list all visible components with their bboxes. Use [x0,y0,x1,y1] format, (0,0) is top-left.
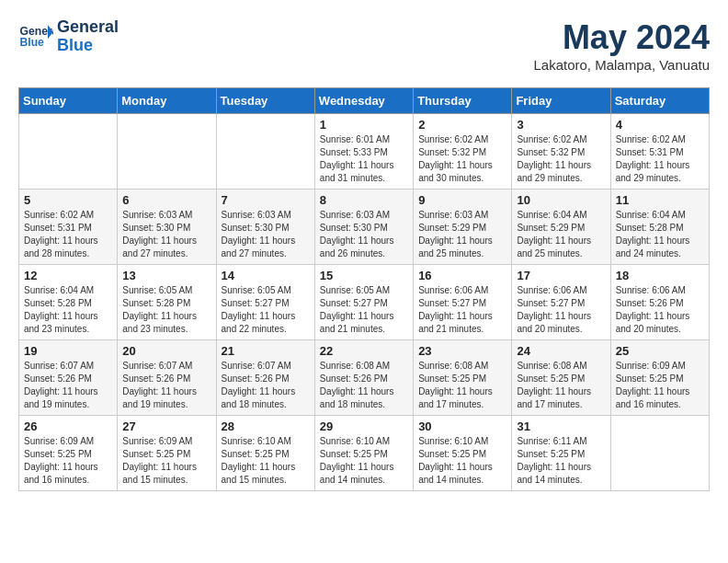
day-number: 4 [616,118,704,132]
weekday-header-tuesday: Tuesday [216,88,314,114]
calendar-cell: 9Sunrise: 6:03 AM Sunset: 5:29 PM Daylig… [414,190,512,265]
weekday-header-thursday: Thursday [414,88,512,114]
calendar-cell: 26Sunrise: 6:09 AM Sunset: 5:25 PM Dayli… [19,416,118,491]
day-info: Sunrise: 6:02 AM Sunset: 5:31 PM Dayligh… [616,133,704,185]
day-number: 26 [24,419,112,433]
calendar-cell: 4Sunrise: 6:02 AM Sunset: 5:31 PM Daylig… [610,114,709,190]
calendar-week-3: 12Sunrise: 6:04 AM Sunset: 5:28 PM Dayli… [19,265,710,340]
day-info: Sunrise: 6:02 AM Sunset: 5:31 PM Dayligh… [24,209,112,260]
calendar-week-4: 19Sunrise: 6:07 AM Sunset: 5:26 PM Dayli… [19,340,710,416]
day-number: 3 [517,118,605,132]
day-number: 24 [517,344,605,358]
weekday-header-monday: Monday [118,88,216,114]
day-info: Sunrise: 6:07 AM Sunset: 5:26 PM Dayligh… [222,360,310,411]
calendar-week-2: 5Sunrise: 6:02 AM Sunset: 5:31 PM Daylig… [19,190,710,265]
title-block: May 2024 Lakatoro, Malampa, Vanuatu [533,18,710,73]
calendar-cell: 12Sunrise: 6:04 AM Sunset: 5:28 PM Dayli… [19,265,118,340]
day-info: Sunrise: 6:08 AM Sunset: 5:25 PM Dayligh… [517,360,605,411]
day-info: Sunrise: 6:08 AM Sunset: 5:25 PM Dayligh… [418,360,506,411]
day-info: Sunrise: 6:03 AM Sunset: 5:30 PM Dayligh… [122,209,210,260]
day-number: 12 [24,269,112,282]
day-number: 27 [122,419,210,433]
day-info: Sunrise: 6:10 AM Sunset: 5:25 PM Dayligh… [320,435,408,487]
day-number: 6 [122,193,210,207]
day-number: 22 [320,344,408,358]
day-info: Sunrise: 6:08 AM Sunset: 5:26 PM Dayligh… [320,360,408,411]
calendar-cell [610,416,709,491]
day-info: Sunrise: 6:10 AM Sunset: 5:25 PM Dayligh… [222,435,310,487]
calendar-cell: 31Sunrise: 6:11 AM Sunset: 5:25 PM Dayli… [512,416,610,491]
weekday-header-sunday: Sunday [19,88,118,114]
day-number: 28 [222,419,310,433]
day-number: 16 [418,269,506,282]
day-number: 21 [222,344,310,358]
day-info: Sunrise: 6:09 AM Sunset: 5:25 PM Dayligh… [122,435,210,487]
calendar-cell: 6Sunrise: 6:03 AM Sunset: 5:30 PM Daylig… [118,190,216,265]
day-info: Sunrise: 6:03 AM Sunset: 5:30 PM Dayligh… [222,209,310,260]
day-number: 5 [24,193,112,207]
calendar-cell: 24Sunrise: 6:08 AM Sunset: 5:25 PM Dayli… [512,340,610,416]
calendar-cell [19,114,118,190]
calendar-cell: 16Sunrise: 6:06 AM Sunset: 5:27 PM Dayli… [414,265,512,340]
weekday-header-friday: Friday [512,88,610,114]
calendar-cell: 10Sunrise: 6:04 AM Sunset: 5:29 PM Dayli… [512,190,610,265]
page-header: General Blue General Blue May 2024 Lakat… [18,18,710,73]
month-title: May 2024 [533,18,710,57]
day-info: Sunrise: 6:06 AM Sunset: 5:27 PM Dayligh… [517,284,605,336]
calendar-cell: 29Sunrise: 6:10 AM Sunset: 5:25 PM Dayli… [314,416,413,491]
calendar-cell: 5Sunrise: 6:02 AM Sunset: 5:31 PM Daylig… [19,190,118,265]
day-info: Sunrise: 6:03 AM Sunset: 5:29 PM Dayligh… [418,209,506,260]
day-info: Sunrise: 6:04 AM Sunset: 5:28 PM Dayligh… [616,209,704,260]
calendar-cell: 20Sunrise: 6:07 AM Sunset: 5:26 PM Dayli… [118,340,216,416]
calendar-cell [216,114,314,190]
calendar-cell: 30Sunrise: 6:10 AM Sunset: 5:25 PM Dayli… [414,416,512,491]
day-info: Sunrise: 6:07 AM Sunset: 5:26 PM Dayligh… [24,360,112,411]
logo-blue: Blue [57,37,119,55]
calendar-table: SundayMondayTuesdayWednesdayThursdayFrid… [18,87,710,491]
day-info: Sunrise: 6:02 AM Sunset: 5:32 PM Dayligh… [517,133,605,185]
calendar-cell: 21Sunrise: 6:07 AM Sunset: 5:26 PM Dayli… [216,340,314,416]
day-number: 13 [122,269,210,282]
calendar-cell: 14Sunrise: 6:05 AM Sunset: 5:27 PM Dayli… [216,265,314,340]
day-info: Sunrise: 6:10 AM Sunset: 5:25 PM Dayligh… [418,435,506,487]
calendar-cell: 8Sunrise: 6:03 AM Sunset: 5:30 PM Daylig… [314,190,413,265]
calendar-cell: 23Sunrise: 6:08 AM Sunset: 5:25 PM Dayli… [414,340,512,416]
calendar-cell: 7Sunrise: 6:03 AM Sunset: 5:30 PM Daylig… [216,190,314,265]
day-number: 18 [616,269,704,282]
day-info: Sunrise: 6:04 AM Sunset: 5:28 PM Dayligh… [24,284,112,336]
day-number: 19 [24,344,112,358]
calendar-cell: 2Sunrise: 6:02 AM Sunset: 5:32 PM Daylig… [414,114,512,190]
logo-general: General [57,18,119,37]
calendar-cell: 13Sunrise: 6:05 AM Sunset: 5:28 PM Dayli… [118,265,216,340]
calendar-cell: 17Sunrise: 6:06 AM Sunset: 5:27 PM Dayli… [512,265,610,340]
day-info: Sunrise: 6:06 AM Sunset: 5:27 PM Dayligh… [418,284,506,336]
day-info: Sunrise: 6:03 AM Sunset: 5:30 PM Dayligh… [320,209,408,260]
calendar-cell [118,114,216,190]
day-info: Sunrise: 6:06 AM Sunset: 5:26 PM Dayligh… [616,284,704,336]
day-number: 1 [320,118,408,132]
calendar-cell: 28Sunrise: 6:10 AM Sunset: 5:25 PM Dayli… [216,416,314,491]
day-info: Sunrise: 6:05 AM Sunset: 5:28 PM Dayligh… [122,284,210,336]
weekday-header-wednesday: Wednesday [314,88,413,114]
day-number: 2 [418,118,506,132]
calendar-cell: 1Sunrise: 6:01 AM Sunset: 5:33 PM Daylig… [314,114,413,190]
day-info: Sunrise: 6:05 AM Sunset: 5:27 PM Dayligh… [320,284,408,336]
calendar-cell: 15Sunrise: 6:05 AM Sunset: 5:27 PM Dayli… [314,265,413,340]
logo: General Blue General Blue [18,18,119,55]
day-info: Sunrise: 6:02 AM Sunset: 5:32 PM Dayligh… [418,133,506,185]
calendar-cell: 25Sunrise: 6:09 AM Sunset: 5:25 PM Dayli… [610,340,709,416]
day-number: 8 [320,193,408,207]
day-number: 17 [517,269,605,282]
day-info: Sunrise: 6:11 AM Sunset: 5:25 PM Dayligh… [517,435,605,487]
day-info: Sunrise: 6:04 AM Sunset: 5:29 PM Dayligh… [517,209,605,260]
day-info: Sunrise: 6:09 AM Sunset: 5:25 PM Dayligh… [616,360,704,411]
day-number: 30 [418,419,506,433]
calendar-cell: 3Sunrise: 6:02 AM Sunset: 5:32 PM Daylig… [512,114,610,190]
day-info: Sunrise: 6:01 AM Sunset: 5:33 PM Dayligh… [320,133,408,185]
weekday-header-saturday: Saturday [610,88,709,114]
day-info: Sunrise: 6:05 AM Sunset: 5:27 PM Dayligh… [222,284,310,336]
day-number: 25 [616,344,704,358]
day-number: 31 [517,419,605,433]
day-number: 7 [222,193,310,207]
day-number: 14 [222,269,310,282]
